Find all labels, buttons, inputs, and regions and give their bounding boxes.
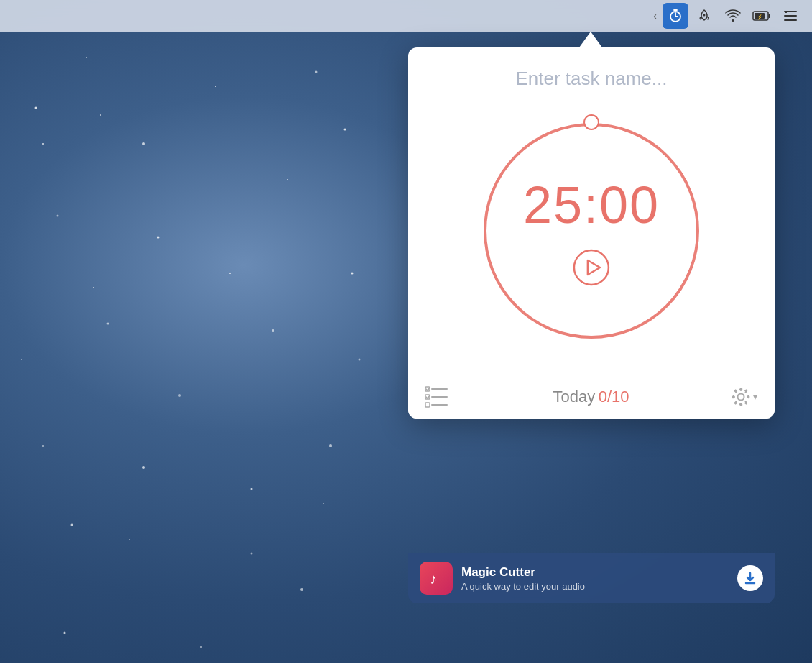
download-button[interactable] — [737, 565, 763, 591]
gear-icon — [731, 387, 751, 407]
bottom-bar: Today 0/10 ▾ — [408, 375, 775, 419]
svg-point-23 — [21, 359, 22, 360]
svg-rect-37 — [769, 14, 771, 18]
svg-point-7 — [178, 394, 181, 397]
svg-point-16 — [100, 114, 101, 116]
popup-panel: 25:00 — [408, 47, 775, 419]
svg-text:♪: ♪ — [430, 571, 437, 587]
svg-point-9 — [42, 445, 44, 447]
svg-point-21 — [200, 646, 202, 648]
svg-point-28 — [93, 287, 94, 288]
timer-circle-container[interactable]: 25:00 — [469, 109, 714, 353]
menubar-menu-item[interactable] — [778, 3, 803, 29]
svg-point-2 — [142, 142, 145, 145]
music-note-icon: ♪ — [426, 568, 446, 588]
svg-point-44 — [574, 250, 609, 285]
menubar-expand-chevron[interactable]: ‹ — [653, 10, 657, 22]
timer-time-label: 25:00 — [523, 175, 660, 234]
svg-point-20 — [71, 524, 73, 526]
svg-marker-45 — [588, 260, 600, 275]
today-label: Today — [553, 388, 596, 406]
download-icon — [743, 571, 757, 585]
app-icon: ♪ — [420, 562, 453, 595]
svg-rect-51 — [425, 403, 430, 407]
today-progress: Today 0/10 — [553, 388, 629, 406]
menubar: ‹ ⚡ — [0, 0, 812, 32]
timer-knob[interactable] — [583, 114, 599, 130]
svg-point-22 — [351, 273, 354, 275]
timer-display: 25:00 — [523, 175, 660, 286]
settings-button[interactable]: ▾ — [731, 387, 757, 407]
menubar-timer-item[interactable] — [663, 3, 688, 29]
svg-point-15 — [359, 359, 361, 361]
svg-point-3 — [57, 215, 59, 217]
notification-bar: ♪ Magic Cutter A quick way to edit your … — [408, 553, 775, 603]
svg-point-27 — [251, 553, 253, 555]
notification-app-title: Magic Cutter — [461, 565, 729, 580]
notification-text-container: Magic Cutter A quick way to edit your au… — [461, 565, 729, 592]
popup-arrow — [579, 32, 602, 47]
task-input-container — [408, 47, 775, 101]
today-count: 0/10 — [599, 388, 629, 406]
svg-point-13 — [64, 632, 66, 634]
menubar-battery-item[interactable]: ⚡ — [749, 3, 775, 29]
menu-icon — [783, 10, 798, 22]
svg-point-14 — [229, 273, 231, 274]
svg-point-17 — [272, 329, 274, 332]
menubar-rocket-item[interactable] — [691, 3, 717, 29]
svg-point-18 — [157, 237, 160, 239]
timer-area: 25:00 — [408, 101, 775, 375]
battery-icon: ⚡ — [752, 10, 771, 22]
svg-point-8 — [344, 129, 346, 131]
svg-point-29 — [329, 444, 332, 447]
svg-point-12 — [300, 588, 303, 591]
play-icon — [573, 249, 610, 286]
svg-point-24 — [142, 466, 145, 469]
svg-point-5 — [107, 323, 109, 325]
svg-point-11 — [129, 539, 130, 540]
svg-rect-42 — [785, 11, 787, 13]
svg-point-6 — [287, 179, 288, 180]
svg-point-53 — [738, 394, 744, 401]
timer-play-button[interactable] — [523, 249, 660, 286]
svg-point-1 — [86, 57, 87, 58]
task-name-input[interactable] — [430, 68, 753, 90]
settings-chevron: ▾ — [753, 392, 757, 402]
tasks-list-button[interactable] — [425, 385, 451, 408]
task-list-icon — [425, 385, 451, 408]
wifi-icon — [725, 9, 741, 22]
svg-point-19 — [323, 503, 324, 504]
rocket-icon — [697, 9, 711, 23]
menubar-wifi-item[interactable] — [720, 3, 746, 29]
svg-point-0 — [35, 107, 37, 109]
svg-point-26 — [42, 143, 44, 145]
svg-point-34 — [703, 14, 706, 17]
svg-point-4 — [215, 86, 216, 87]
svg-text:⚡: ⚡ — [757, 14, 763, 20]
notification-subtitle: A quick way to edit your audio — [461, 581, 729, 592]
svg-point-25 — [315, 71, 318, 73]
timer-icon — [668, 9, 683, 23]
svg-point-10 — [251, 488, 253, 490]
